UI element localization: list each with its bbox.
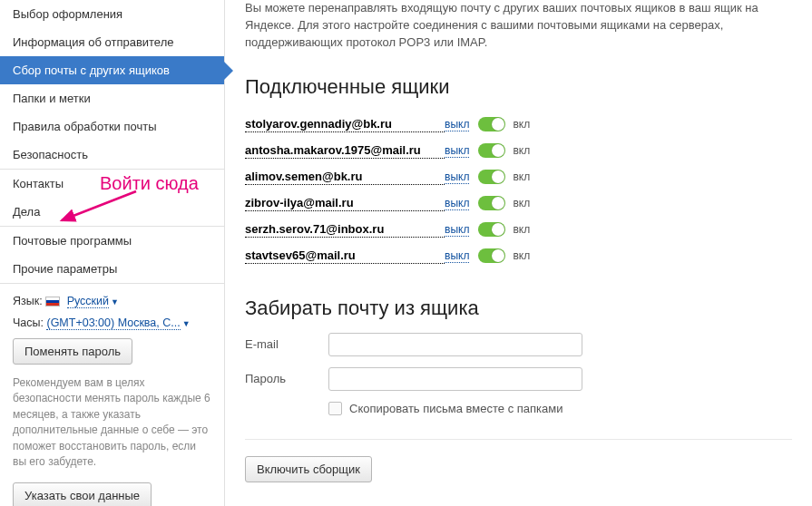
connected-mailboxes-list: stolyarov.gennadiy@bk.ru выкл вкл antosh… bbox=[245, 112, 792, 269]
intro-text: Вы можете перенаправлять входящую почту … bbox=[245, 0, 792, 52]
specify-data-button[interactable]: Указать свои данные bbox=[13, 482, 152, 506]
main-content: Вы можете перенаправлять входящую почту … bbox=[225, 0, 812, 506]
mailbox-address[interactable]: stolyarov.gennadiy@bk.ru bbox=[245, 117, 445, 132]
sidebar-item-security[interactable]: Безопасность bbox=[0, 141, 224, 169]
mailbox-address[interactable]: alimov.semen@bk.ru bbox=[245, 170, 445, 185]
chevron-down-icon: ▼ bbox=[111, 297, 119, 307]
flag-russia-icon bbox=[45, 297, 60, 307]
sidebar-item-sender-info[interactable]: Информация об отправителе bbox=[0, 28, 224, 56]
toggle-off-label[interactable]: выкл bbox=[445, 249, 469, 263]
language-label: Язык: bbox=[13, 295, 43, 307]
toggle-on-label: вкл bbox=[513, 223, 530, 236]
sidebar-meta: Язык: Русский▼ Часы: (GMT+03:00) Москва,… bbox=[0, 284, 224, 506]
mailbox-row: stavtsev65@mail.ru выкл вкл bbox=[245, 243, 792, 269]
mailbox-toggle[interactable] bbox=[478, 143, 505, 158]
mailbox-address[interactable]: zibrov-ilya@mail.ru bbox=[245, 196, 445, 211]
timezone-label: Часы: bbox=[13, 316, 44, 329]
sidebar-item-mail-clients[interactable]: Почтовые программы bbox=[0, 227, 224, 255]
sidebar-item-todos[interactable]: Дела bbox=[0, 198, 224, 226]
mailbox-address[interactable]: stavtsev65@mail.ru bbox=[245, 248, 445, 264]
mailbox-toggle[interactable] bbox=[478, 170, 505, 184]
mailbox-toggle[interactable] bbox=[478, 222, 505, 237]
toggle-on-label: вкл bbox=[513, 249, 530, 262]
mailbox-row: antosha.makarov.1975@mail.ru выкл вкл bbox=[245, 138, 792, 164]
enable-collector-button[interactable]: Включить сборщик bbox=[245, 456, 372, 482]
toggle-on-label: вкл bbox=[513, 170, 530, 183]
connected-mailboxes-title: Подключенные ящики bbox=[245, 75, 792, 99]
sidebar-item-contacts[interactable]: Контакты bbox=[0, 170, 224, 198]
mailbox-row: stolyarov.gennadiy@bk.ru выкл вкл bbox=[245, 112, 792, 138]
settings-sidebar: Выбор оформления Информация об отправите… bbox=[0, 0, 225, 506]
toggle-off-label[interactable]: выкл bbox=[445, 223, 469, 237]
mailbox-toggle[interactable] bbox=[478, 117, 505, 131]
sidebar-item-other-settings[interactable]: Прочие параметры bbox=[0, 255, 224, 283]
mailbox-toggle[interactable] bbox=[478, 196, 505, 210]
language-select[interactable]: Русский bbox=[67, 295, 109, 308]
toggle-on-label: вкл bbox=[513, 118, 530, 131]
copy-folders-checkbox[interactable] bbox=[328, 402, 342, 415]
change-password-button[interactable]: Поменять пароль bbox=[13, 338, 132, 365]
copy-folders-label: Скопировать письма вместе с папками bbox=[349, 402, 563, 415]
mailbox-toggle[interactable] bbox=[478, 248, 505, 263]
password-label: Пароль bbox=[245, 372, 328, 385]
toggle-on-label: вкл bbox=[513, 144, 530, 157]
password-field[interactable] bbox=[328, 367, 582, 391]
sidebar-item-collect-mail[interactable]: Сбор почты с других ящиков bbox=[0, 56, 224, 84]
chevron-down-icon: ▼ bbox=[182, 319, 191, 328]
sidebar-item-filter-rules[interactable]: Правила обработки почты bbox=[0, 112, 224, 141]
email-label: E-mail bbox=[245, 337, 328, 351]
timezone-select[interactable]: (GMT+03:00) Москва, С... bbox=[46, 316, 180, 330]
toggle-off-label[interactable]: выкл bbox=[445, 144, 469, 158]
toggle-on-label: вкл bbox=[513, 197, 530, 209]
mailbox-address[interactable]: antosha.makarov.1975@mail.ru bbox=[245, 143, 445, 159]
toggle-off-label[interactable]: выкл bbox=[445, 197, 469, 210]
mailbox-row: zibrov-ilya@mail.ru выкл вкл bbox=[245, 190, 792, 217]
mailbox-row: alimov.semen@bk.ru выкл вкл bbox=[245, 164, 792, 190]
toggle-off-label[interactable]: выкл bbox=[445, 170, 469, 184]
sidebar-item-folders-labels[interactable]: Папки и метки bbox=[0, 84, 224, 112]
toggle-off-label[interactable]: выкл bbox=[445, 118, 469, 131]
email-field[interactable] bbox=[328, 333, 582, 356]
collect-from-title: Забирать почту из ящика bbox=[245, 297, 792, 320]
mailbox-address[interactable]: serzh.serov.71@inbox.ru bbox=[245, 222, 445, 238]
password-hint-text: Рекомендуем вам в целях безопасности мен… bbox=[13, 375, 211, 470]
mailbox-row: serzh.serov.71@inbox.ru выкл вкл bbox=[245, 217, 792, 243]
sidebar-item-design[interactable]: Выбор оформления bbox=[0, 0, 224, 28]
